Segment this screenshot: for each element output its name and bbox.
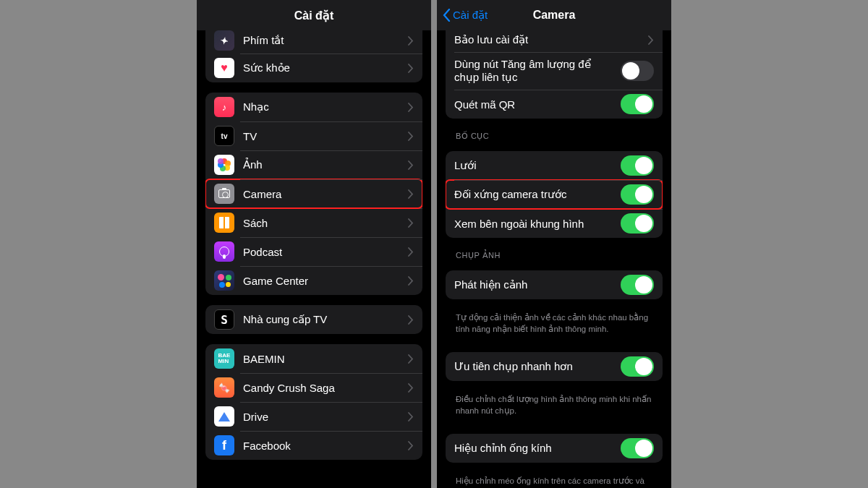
toggle-volume-burst[interactable]	[621, 61, 654, 81]
settings-group: S Nhà cung cấp TV	[205, 305, 422, 334]
chevron-right-icon	[408, 412, 414, 421]
settings-row-baemin[interactable]: BAEMIN BAEMIN	[205, 344, 422, 373]
chevron-right-icon	[408, 160, 414, 170]
settings-row-candycrush[interactable]: 🍬 Candy Crush Saga	[205, 373, 422, 402]
settings-group: ✦ Phím tắt ♥ Sức khỏe	[205, 30, 422, 82]
row-volume-burst: Dùng nút Tăng âm lượng để chụp liên tục	[446, 52, 663, 90]
chevron-right-icon	[408, 276, 414, 286]
settings-row-shortcuts[interactable]: ✦ Phím tắt	[205, 30, 422, 53]
camera-settings-list[interactable]: Bảo lưu cài đặt Dùng nút Tăng âm lượng đ…	[437, 30, 671, 488]
toggle-grid[interactable]	[621, 155, 654, 176]
navbar-title: Camera	[533, 9, 576, 22]
chevron-right-icon	[408, 383, 414, 393]
tvprovider-icon: S	[214, 309, 234, 330]
settings-group: Ưu tiên chụp nhanh hơn	[446, 352, 663, 381]
row-preserve-settings[interactable]: Bảo lưu cài đặt	[446, 30, 663, 52]
settings-row-books[interactable]: Sách	[205, 208, 422, 237]
toggle-view-outside-frame[interactable]	[621, 213, 654, 234]
facebook-icon: f	[214, 435, 234, 455]
tv-icon: tv	[214, 126, 234, 146]
toggle-lens-correction[interactable]	[621, 438, 654, 458]
toggle-qr-scan[interactable]	[621, 94, 654, 114]
footer-scene-detection: Tự động cải thiện ảnh về các cảnh khác n…	[446, 309, 663, 342]
chevron-right-icon	[648, 35, 654, 45]
camera-settings-screen: Cài đặt Camera Bảo lưu cài đặt Dùng nút …	[437, 0, 671, 488]
toggle-prioritize-faster[interactable]	[621, 356, 654, 377]
settings-group: BAEMIN BAEMIN 🍬 Candy Crush Saga Drive f	[205, 344, 422, 460]
chevron-right-icon	[408, 64, 414, 73]
music-icon: ♪	[214, 97, 234, 117]
settings-list[interactable]: ✦ Phím tắt ♥ Sức khỏe ♪ Nhạc tv	[197, 30, 431, 488]
podcast-icon	[214, 241, 234, 262]
navbar: Cài đặt	[197, 0, 431, 30]
chevron-right-icon	[408, 132, 414, 141]
shortcuts-icon: ✦	[214, 30, 234, 51]
row-qr-scan: Quét mã QR	[446, 90, 663, 119]
baemin-icon: BAEMIN	[214, 348, 234, 369]
chevron-right-icon	[408, 441, 414, 450]
toggle-scene-detection[interactable]	[621, 275, 654, 295]
row-grid: Lưới	[446, 151, 663, 180]
settings-row-health[interactable]: ♥ Sức khỏe	[205, 53, 422, 82]
toggle-mirror-front-camera[interactable]	[621, 184, 654, 205]
books-icon	[214, 213, 234, 233]
chevron-right-icon	[408, 354, 414, 364]
settings-group: Phát hiện cảnh	[446, 270, 663, 299]
chevron-right-icon	[408, 36, 414, 46]
settings-group: Lưới Đối xứng camera trước Xem bên ngoài…	[446, 151, 663, 238]
row-scene-detection: Phát hiện cảnh	[446, 270, 663, 299]
chevron-right-icon	[408, 247, 414, 257]
settings-group: ♪ Nhạc tv TV	[205, 93, 422, 295]
settings-row-gamecenter[interactable]: Game Center	[205, 266, 422, 295]
settings-row-music[interactable]: ♪ Nhạc	[205, 93, 422, 121]
candycrush-icon: 🍬	[214, 377, 234, 398]
drive-icon	[214, 406, 234, 427]
photos-icon	[214, 155, 234, 175]
gamecenter-icon	[214, 270, 234, 291]
camera-icon	[214, 184, 234, 204]
footer-prioritize-faster: Điều chỉnh chất lượng hình ảnh thông min…	[446, 391, 663, 424]
settings-row-tv[interactable]: tv TV	[205, 121, 422, 150]
footer-lens-correction: Hiệu chỉnh méo ống kính trên các camera …	[446, 473, 663, 488]
row-mirror-front-camera: Đối xứng camera trước	[446, 180, 663, 209]
settings-row-photos[interactable]: Ảnh	[205, 150, 422, 179]
chevron-right-icon	[408, 315, 414, 325]
chevron-right-icon	[408, 103, 414, 112]
navbar: Cài đặt Camera	[437, 0, 671, 30]
row-view-outside-frame: Xem bên ngoài khung hình	[446, 209, 663, 238]
section-header-layout: BỐ CỤC	[456, 132, 660, 141]
settings-row-drive[interactable]: Drive	[205, 402, 422, 431]
navbar-title: Cài đặt	[294, 9, 333, 22]
section-header-capture: CHỤP ẢNH	[456, 251, 660, 260]
chevron-right-icon	[408, 218, 414, 228]
settings-screen: Cài đặt ✦ Phím tắt ♥ Sức khỏe ♪ Nhạc	[197, 0, 431, 488]
settings-group: Hiệu chỉnh ống kính	[446, 434, 663, 463]
health-icon: ♥	[214, 58, 234, 78]
row-prioritize-faster: Ưu tiên chụp nhanh hơn	[446, 352, 663, 381]
settings-group: Bảo lưu cài đặt Dùng nút Tăng âm lượng đ…	[446, 30, 663, 119]
chevron-right-icon	[408, 189, 414, 199]
settings-row-tvprovider[interactable]: S Nhà cung cấp TV	[205, 305, 422, 334]
chevron-left-icon	[443, 9, 451, 22]
settings-row-podcast[interactable]: Podcast	[205, 237, 422, 266]
settings-row-facebook[interactable]: f Facebook	[205, 431, 422, 460]
settings-row-camera[interactable]: Camera	[205, 179, 422, 208]
row-lens-correction: Hiệu chỉnh ống kính	[446, 434, 663, 463]
back-button[interactable]: Cài đặt	[443, 9, 488, 22]
